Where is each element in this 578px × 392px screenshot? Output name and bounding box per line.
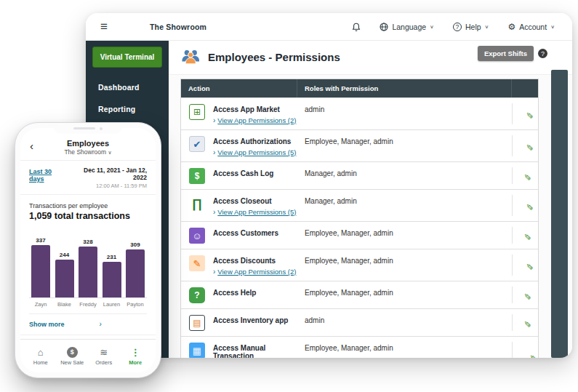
edit-pencil-icon[interactable]: ✎ bbox=[518, 173, 532, 180]
chevron-down-icon: ∨ bbox=[550, 24, 555, 29]
chevron-down-icon: ∨ bbox=[485, 24, 489, 29]
show-more-link[interactable]: Show more › bbox=[20, 314, 156, 335]
bar bbox=[79, 247, 97, 297]
phone-mockup: ‹ Employees The Showroom ∨ Last 30 days … bbox=[15, 122, 161, 378]
table-row: ☺ Access Customers Employee, Manager, ad… bbox=[181, 221, 538, 249]
layers-icon: ≋ bbox=[100, 347, 108, 358]
bar bbox=[126, 249, 145, 297]
virtual-terminal-button[interactable]: Virtual Terminal bbox=[92, 47, 162, 68]
inventory-shelf-icon: ▤ bbox=[189, 315, 205, 331]
export-shifts-button[interactable]: Export Shifts bbox=[478, 46, 534, 61]
view-app-permissions-link[interactable]: ›View App Permissions (2) bbox=[213, 116, 297, 124]
export-help-icon[interactable]: ? bbox=[538, 49, 547, 58]
bar-label: Zayn bbox=[31, 301, 51, 308]
account-menu[interactable]: ⚙ Account ∨ bbox=[507, 23, 555, 31]
action-name: Access Authorizations bbox=[213, 135, 297, 145]
edit-pencil-icon[interactable]: ✎ bbox=[513, 354, 539, 358]
authorizations-icon: ✔ bbox=[189, 136, 205, 152]
dollar-circle-icon: $ bbox=[67, 347, 78, 358]
bar-label: Payton bbox=[125, 301, 145, 308]
phone-notch bbox=[53, 123, 123, 134]
sidebar-item-dashboard[interactable]: Dashboard bbox=[86, 76, 169, 98]
action-name: Access Closeout bbox=[213, 195, 297, 205]
bar-value: 244 bbox=[60, 252, 69, 258]
column-header-edit bbox=[512, 79, 538, 97]
bar-label: Freddy bbox=[78, 301, 98, 308]
content-area: Employees - Permissions Export Shifts ? … bbox=[169, 41, 572, 358]
chevron-right-icon: › bbox=[213, 116, 215, 124]
help-menu[interactable]: ? Help ∨ bbox=[453, 23, 489, 31]
help-circle-icon: ? bbox=[453, 23, 462, 31]
bar bbox=[55, 260, 74, 297]
discounts-tag-icon: ✎ bbox=[189, 255, 205, 271]
topbar-right-group: Language ∨ ? Help ∨ ⚙ Account ∨ bbox=[352, 20, 555, 33]
table-header-row: Action Roles with Permission bbox=[181, 79, 538, 97]
chart-title: 1,059 total transactions bbox=[29, 211, 147, 221]
employees-group-icon bbox=[180, 49, 201, 65]
roles-value: Employee, Manager, admin bbox=[297, 135, 512, 145]
bar bbox=[31, 245, 50, 297]
edit-pencil-icon[interactable]: ✎ bbox=[518, 320, 532, 327]
phone-page-title: Employees bbox=[20, 139, 156, 148]
top-navigation-bar: ≡ The Showroom Language ∨ ? Help ∨ bbox=[86, 13, 572, 41]
roles-value: Manager, admin bbox=[297, 195, 512, 205]
edit-pencil-icon[interactable]: ✎ bbox=[518, 292, 532, 300]
business-name: The Showroom bbox=[150, 23, 206, 31]
roles-value: admin bbox=[297, 103, 512, 113]
nav-item-home[interactable]: ⌂ Home bbox=[26, 347, 55, 366]
bar-value: 328 bbox=[83, 239, 92, 245]
view-app-permissions-link[interactable]: ›View App Permissions (5) bbox=[213, 148, 297, 156]
edit-pencil-icon[interactable]: ✎ bbox=[516, 111, 534, 119]
nav-item-more[interactable]: ⋮ More bbox=[121, 347, 150, 366]
roles-value: Employee, Manager, admin bbox=[297, 255, 512, 265]
sidebar-item-reporting[interactable]: Reporting bbox=[86, 98, 169, 120]
chevron-right-icon: › bbox=[213, 148, 215, 156]
hamburger-menu-icon[interactable]: ≡ bbox=[100, 20, 108, 33]
bar-category-labels: Zayn Blake Freddy Lauren Payton bbox=[29, 298, 147, 314]
chevron-right-icon: › bbox=[100, 320, 102, 328]
table-row: ▦ Access Manual Transaction ›View App Pe… bbox=[181, 336, 538, 358]
bar-label: Blake bbox=[55, 301, 75, 308]
view-app-permissions-link[interactable]: ›View App Permissions (5) bbox=[213, 208, 297, 216]
phone-speaker bbox=[73, 127, 95, 129]
edit-pencil-icon[interactable]: ✎ bbox=[516, 143, 534, 151]
notifications-bell-icon[interactable] bbox=[352, 20, 361, 33]
table-row: ✔ Access Authorizations ›View App Permis… bbox=[181, 129, 538, 161]
bar-chart: 337 244 328 231 bbox=[29, 228, 147, 298]
language-menu[interactable]: Language ∨ bbox=[380, 22, 434, 31]
gear-icon: ⚙ bbox=[507, 23, 515, 31]
nav-item-new-sale[interactable]: $ New Sale bbox=[57, 347, 87, 366]
edit-pencil-icon[interactable]: ✎ bbox=[518, 233, 532, 240]
edit-pencil-icon[interactable]: ✎ bbox=[516, 263, 534, 270]
vertical-scrollbar[interactable] bbox=[551, 70, 568, 358]
merchant-selector[interactable]: The Showroom ∨ bbox=[20, 148, 156, 156]
transactions-chart-section: Transactions per employee 1,059 total tr… bbox=[20, 195, 156, 314]
action-name: Access Inventory app bbox=[213, 314, 297, 324]
help-label: Help bbox=[465, 23, 481, 31]
table-row: ✎ Access Discounts ›View App Permissions… bbox=[181, 249, 538, 281]
globe-icon bbox=[380, 22, 388, 31]
nav-item-orders[interactable]: ≋ Orders bbox=[89, 347, 119, 366]
chart-subtitle: Transactions per employee bbox=[29, 202, 147, 209]
calculator-icon: ▦ bbox=[189, 343, 205, 358]
action-name: Access App Market bbox=[213, 103, 297, 113]
edit-pencil-icon[interactable]: ✎ bbox=[516, 203, 534, 210]
bar-value: 231 bbox=[107, 254, 116, 260]
roles-value: Employee, Manager, admin bbox=[297, 287, 512, 297]
export-shifts-group: Export Shifts ? bbox=[478, 46, 547, 61]
cash-log-icon: $ bbox=[189, 168, 205, 184]
back-chevron-icon[interactable]: ‹ bbox=[30, 140, 33, 151]
app-market-icon: ⊞ bbox=[189, 104, 205, 120]
phone-screen: ‹ Employees The Showroom ∨ Last 30 days … bbox=[20, 128, 156, 372]
last-30-days-link[interactable]: Last 30 days bbox=[29, 167, 68, 183]
date-filter-row: Last 30 days Dec 11, 2021 - Jan 12, 2022… bbox=[20, 161, 156, 195]
view-app-permissions-link[interactable]: ›View App Permissions (2) bbox=[213, 268, 297, 276]
roles-value: Manager, admin bbox=[297, 167, 512, 177]
action-name: Access Customers bbox=[213, 227, 297, 237]
table-row: ▤ Access Inventory app admin ✎ bbox=[181, 308, 538, 336]
table-row: $ Access Cash Log Manager, admin ✎ bbox=[181, 161, 538, 189]
chevron-down-icon: ∨ bbox=[430, 24, 434, 29]
time-range: 12:00 AM - 11:59 PM bbox=[68, 183, 147, 189]
phone-bottom-nav: ⌂ Home $ New Sale ≋ Orders ⋮ More bbox=[20, 339, 156, 372]
bar-value: 309 bbox=[130, 241, 140, 248]
